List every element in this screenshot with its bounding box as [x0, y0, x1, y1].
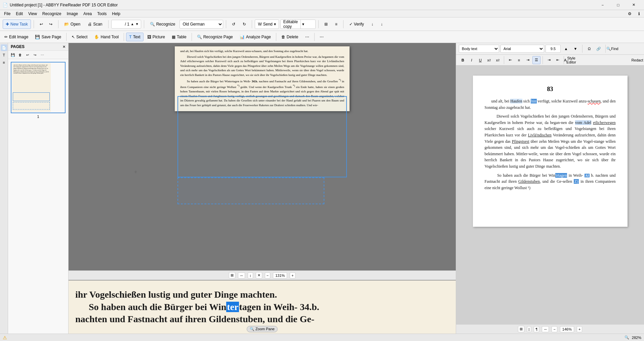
sidebar-settings-icon[interactable]: ≡ [1, 59, 7, 66]
paragraph-format-select[interactable]: Body text Heading 1 Heading 2 [459, 45, 499, 53]
menu-edit[interactable]: Edit [13, 11, 26, 17]
underline-button[interactable]: U [476, 56, 484, 64]
table-button[interactable]: ▦ Table [169, 33, 190, 41]
more-button2[interactable]: ⋯ [317, 33, 327, 41]
right-zoom-cursor-button[interactable]: | [527, 326, 531, 332]
panel-undo-button[interactable]: ↩ [24, 52, 31, 58]
doc-zoom-width-button[interactable]: ↔ [238, 272, 245, 279]
close-button[interactable]: ✕ [626, 0, 641, 10]
indent-decrease-button[interactable]: ⇤ [554, 56, 562, 64]
panel-redo-button[interactable]: ↪ [32, 52, 38, 58]
font-size-input[interactable] [546, 45, 561, 53]
info-icon[interactable]: ℹ [636, 11, 643, 17]
font-family-select[interactable]: Arial Times New Roman Calibri [500, 45, 544, 53]
minimize-button[interactable]: − [595, 0, 610, 10]
undo2-button[interactable]: ↺ [229, 19, 238, 29]
language-select[interactable]: Old German English German [179, 20, 223, 29]
menu-tools[interactable]: Tools [94, 11, 109, 17]
editable-copy-select[interactable]: Editable copy ▾ [280, 19, 316, 29]
settings-icon[interactable]: ⚙ [625, 11, 634, 17]
document-canvas[interactable]: und alt, bei Haufen sich hin verfügt, so… [69, 43, 456, 270]
doc-zoom-height-button[interactable]: ↕ [248, 272, 253, 279]
view-list-button[interactable]: ≡ [332, 19, 340, 29]
italic-button[interactable]: I [468, 56, 476, 64]
redact-button[interactable]: Redact [633, 56, 641, 64]
redo2-button[interactable]: ↻ [240, 19, 249, 29]
menu-view[interactable]: View [26, 11, 40, 17]
ocr-text-content[interactable]: und alt, bei Haufen sich hin verfügt, so… [485, 98, 616, 191]
zoom-pane-label-button[interactable]: 🔍 Zoom Pane [247, 326, 278, 332]
text-button[interactable]: T Text [126, 33, 143, 41]
menu-file[interactable]: File [1, 11, 13, 17]
doc-zoom-out-button[interactable]: − [265, 272, 270, 279]
page-thumbnail-1[interactable]: und alt, bei Haufen sich hin verfügt, so… [11, 62, 66, 113]
menu-help[interactable]: Help [109, 11, 123, 17]
right-zoom-para-button[interactable]: ¶ [534, 326, 539, 332]
subscript-button[interactable]: x2 [494, 56, 502, 64]
right-zoom-out-button[interactable]: − [552, 326, 557, 332]
doc-zoom-actual-button[interactable]: ✕ [256, 272, 262, 279]
right-zoom-fit-button[interactable]: ⊞ [518, 326, 524, 332]
prev-error-button[interactable]: ↓ [368, 19, 376, 29]
align-justify-button[interactable]: ☰ [532, 56, 540, 64]
edit-image-button[interactable]: ✏ Edit Image [1, 33, 31, 41]
more-button1[interactable]: ⋯ [302, 33, 312, 41]
verify-button[interactable]: ✓ Verify [346, 19, 367, 29]
panel-delete-button[interactable]: 🗑 [17, 52, 24, 58]
sidebar-text-icon[interactable]: T [1, 52, 7, 58]
font-size-increase-button[interactable]: ▲ [562, 45, 570, 53]
panel-save-button[interactable]: 💾 [9, 52, 16, 58]
page-number-input[interactable]: 1 [114, 22, 124, 27]
doc-zoom-in-button[interactable]: + [290, 272, 295, 279]
style-editor-button[interactable]: A Style Editor [566, 56, 574, 64]
recognize-page-button[interactable]: 🔍 Recognize Page [194, 33, 236, 41]
sidebar-pages-icon[interactable]: 📄 [1, 44, 7, 51]
panel-more-button[interactable]: ⋯ [39, 52, 46, 58]
doc-zoom-level[interactable]: 131% [273, 272, 287, 279]
align-center-button[interactable]: ≡ [515, 56, 523, 64]
font-size-decrease-button[interactable]: ▼ [571, 45, 579, 53]
bold-button[interactable]: B [459, 56, 467, 64]
delete-button[interactable]: 🗑 Delete [278, 33, 301, 41]
picture-button[interactable]: 🖼 Picture [144, 33, 168, 41]
analyze-page-button[interactable]: 📊 Analyze Page [237, 33, 274, 41]
view-grid-button[interactable]: ⊞ [321, 19, 331, 29]
superscript-button[interactable]: x2 [485, 56, 493, 64]
find-button[interactable]: 🔍 Find [608, 45, 616, 53]
dropdown-arrow-icon[interactable]: ▾ [300, 20, 315, 29]
hand-tool-button[interactable]: ✋ Hand Tool [91, 33, 122, 41]
zoom-highlight-wintertagen: ter [226, 302, 239, 312]
right-zoom-level[interactable]: 146% [560, 326, 574, 332]
open-button[interactable]: 📂 Open [61, 19, 83, 29]
menu-area[interactable]: Area [81, 11, 94, 17]
separator [542, 56, 543, 64]
align-left-button[interactable]: ⇤ [506, 56, 514, 64]
right-zoom-width-button[interactable]: ↔ [542, 326, 549, 332]
pages-panel: PAGES ✕ 💾 🗑 ↩ ↪ ⋯ und alt, bei Haufen si… [8, 43, 69, 334]
save-page-button[interactable]: 💾 Save Page [32, 33, 64, 41]
indent-increase-button[interactable]: ⇥ [545, 56, 553, 64]
separator [34, 20, 34, 28]
right-zoom-in-button[interactable]: + [577, 326, 582, 332]
align-right-button[interactable]: ⇥ [524, 56, 532, 64]
scan-button[interactable]: 🖨 Scan [85, 19, 105, 29]
redo-button[interactable]: ↪ [46, 19, 55, 29]
send-button[interactable]: W Send ▾ [255, 19, 279, 29]
insert-link-button[interactable]: 🔗 [595, 45, 603, 53]
menu-recognize[interactable]: Recognize [40, 11, 64, 17]
next-error-button[interactable]: ↓ [378, 19, 386, 29]
select-button[interactable]: ↖ Select [69, 33, 90, 41]
text-icon: T [129, 35, 131, 39]
page-up-button[interactable]: ▲ [131, 22, 134, 26]
close-pages-panel-button[interactable]: ✕ [63, 45, 66, 49]
more-icon: ⋯ [305, 35, 309, 39]
doc-zoom-fit-button[interactable]: ⊞ [229, 272, 235, 279]
insert-symbol-button[interactable]: Ω [585, 45, 593, 53]
more-icon2: ⋯ [320, 35, 324, 39]
menu-image[interactable]: Image [64, 11, 81, 17]
maximize-button[interactable]: □ [610, 0, 626, 10]
page-down-button[interactable]: ▼ [135, 22, 139, 26]
new-task-button[interactable]: ✚ New Task [3, 19, 31, 29]
undo-button[interactable]: ↩ [37, 19, 46, 29]
recognize-button[interactable]: 🔍 Recognize [147, 19, 178, 29]
